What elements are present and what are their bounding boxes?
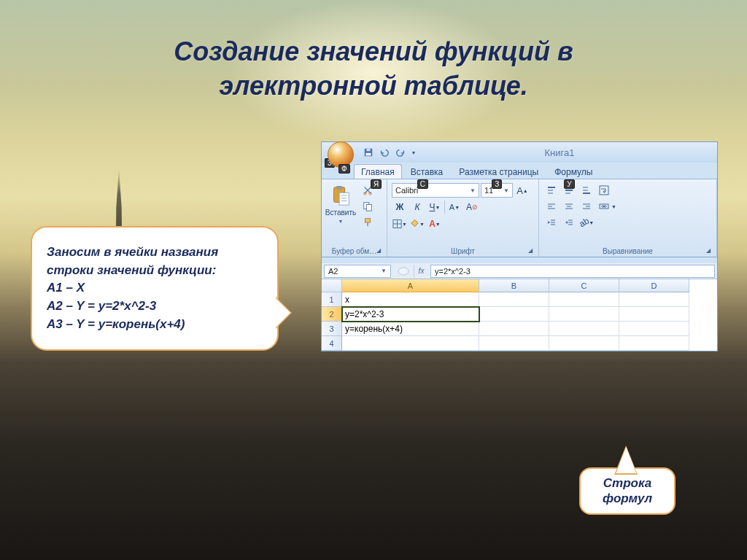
- group-font-label: Шрифт ◢: [390, 246, 535, 257]
- paste-button[interactable]: Вставить ▼: [325, 182, 357, 246]
- increase-indent-button[interactable]: [561, 215, 577, 230]
- tab-home[interactable]: Главная Я: [354, 164, 402, 179]
- column-header[interactable]: D: [619, 279, 689, 292]
- format-painter-button[interactable]: [360, 215, 375, 230]
- orientation-button[interactable]: ab▼: [578, 215, 595, 230]
- cell[interactable]: [549, 336, 619, 351]
- font-color-button[interactable]: A▼: [427, 217, 443, 231]
- shrink-font-button[interactable]: A▼: [446, 200, 462, 214]
- dialog-launcher-icon[interactable]: ◢: [704, 247, 712, 255]
- name-box-value: A2: [328, 267, 338, 276]
- italic-button[interactable]: К: [409, 200, 425, 214]
- qat-undo-icon[interactable]: 2: [377, 145, 392, 160]
- row-header[interactable]: 3: [322, 322, 342, 336]
- cell[interactable]: [479, 322, 549, 336]
- select-all-corner[interactable]: [322, 279, 342, 292]
- svg-rect-42: [600, 186, 608, 195]
- office-button[interactable]: Ф: [328, 141, 354, 168]
- table-row: 4: [322, 336, 717, 351]
- table-row: 1x: [322, 292, 717, 307]
- callout-line-1: Строка: [603, 476, 651, 490]
- formula-bar[interactable]: y=2*x^2-3: [430, 265, 715, 278]
- row-header[interactable]: 4: [322, 336, 342, 351]
- paste-label: Вставить: [325, 209, 356, 217]
- align-right-button[interactable]: [578, 199, 595, 214]
- decrease-indent-button[interactable]: [543, 215, 560, 230]
- group-alignment-label: Выравнивание ◢: [542, 246, 713, 257]
- align-left-button[interactable]: [543, 199, 560, 214]
- grow-font-button[interactable]: A▲: [514, 183, 530, 198]
- cell[interactable]: [549, 307, 619, 322]
- tab-insert-label: Вставка: [411, 167, 444, 177]
- row-header[interactable]: 2: [322, 307, 342, 322]
- border-button[interactable]: ▼: [392, 217, 408, 231]
- tab-page-layout[interactable]: Разметка страницы З: [452, 164, 546, 179]
- svg-rect-4: [336, 186, 342, 190]
- fill-color-button[interactable]: ▼: [409, 217, 425, 231]
- instruction-line-a2: A2 – Y = y=2*x^2-3: [47, 298, 263, 316]
- slide-title: Создание значений функций в электронной …: [0, 35, 747, 104]
- tab-insert[interactable]: Вставка С: [403, 164, 451, 179]
- paste-icon: [330, 184, 352, 206]
- name-box[interactable]: A2 ▼: [324, 265, 391, 278]
- keytip-formulas: У: [564, 179, 574, 189]
- svg-rect-1: [366, 149, 370, 152]
- cell[interactable]: [619, 307, 689, 322]
- merge-center-button[interactable]: ▼: [598, 199, 639, 214]
- title-line-1: Создание значений функций в: [174, 36, 573, 66]
- wrap-text-button[interactable]: [598, 183, 639, 198]
- cell[interactable]: x: [342, 292, 479, 307]
- qat-save-icon[interactable]: 1: [361, 145, 376, 160]
- column-header[interactable]: A: [342, 279, 479, 292]
- tab-formulas[interactable]: Формулы У: [547, 164, 600, 179]
- svg-rect-5: [339, 192, 349, 205]
- clear-format-button[interactable]: A⊘: [464, 200, 480, 214]
- ribbon: Вставить ▼ Буфер обм… ◢ Cali: [322, 179, 717, 257]
- cell[interactable]: [479, 292, 549, 307]
- qat-customize-dropdown[interactable]: ▼: [409, 145, 418, 160]
- cell[interactable]: y=корень(x+4): [342, 322, 479, 336]
- cell[interactable]: y=2*x^2-3: [342, 307, 479, 322]
- column-header[interactable]: C: [549, 279, 619, 292]
- spreadsheet-grid[interactable]: ABCD 1x2y=2*x^2-33y=корень(x+4)4: [322, 279, 717, 351]
- chevron-down-icon: ▼: [338, 219, 344, 224]
- svg-rect-14: [367, 222, 368, 226]
- svg-point-44: [398, 268, 409, 275]
- titlebar: Ф 1 2 3 ▼ Книга1: [322, 142, 717, 163]
- title-line-2: электронной таблице.: [219, 71, 528, 101]
- cell[interactable]: [619, 322, 689, 336]
- font-name-value: Calibri: [395, 186, 418, 195]
- insert-function-button[interactable]: fx: [414, 265, 428, 278]
- align-top-button[interactable]: [543, 183, 560, 198]
- ribbon-tabs: Главная Я Вставка С Разметка страницы З …: [322, 163, 717, 179]
- group-clipboard: Вставить ▼ Буфер обм… ◢: [322, 179, 387, 257]
- align-center-button[interactable]: [561, 199, 577, 214]
- align-bottom-button[interactable]: [578, 183, 595, 198]
- column-header[interactable]: B: [479, 279, 549, 292]
- workbook-title: Книга1: [421, 147, 713, 158]
- cell[interactable]: [619, 292, 689, 307]
- cell[interactable]: [549, 322, 619, 336]
- keytip-layout: З: [492, 179, 502, 189]
- underline-button[interactable]: Ч▼: [427, 200, 443, 214]
- excel-window: Ф 1 2 3 ▼ Книга1 Главная Я: [321, 141, 718, 351]
- bold-button[interactable]: Ж: [392, 200, 408, 214]
- cell[interactable]: [549, 292, 619, 307]
- formula-bar-row: A2 ▼ fx y=2*x^2-3: [322, 263, 717, 279]
- column-headers: ABCD: [322, 279, 717, 292]
- fx-label: fx: [419, 267, 425, 275]
- dialog-launcher-icon[interactable]: ◢: [374, 247, 382, 255]
- instruction-heading: Заносим в ячейки названия строки значени…: [47, 244, 263, 279]
- cell[interactable]: [479, 307, 549, 322]
- dialog-launcher-icon[interactable]: ◢: [526, 247, 534, 255]
- table-row: 3y=корень(x+4): [322, 322, 717, 336]
- keytip-home: Я: [371, 179, 382, 189]
- cell[interactable]: [342, 336, 479, 351]
- row-header[interactable]: 1: [322, 292, 342, 307]
- font-name-combo[interactable]: Calibri▼: [392, 183, 479, 198]
- cell[interactable]: [619, 336, 689, 351]
- group-font: Calibri▼ 11▼ A▲ Ж К Ч▼ A▼ A⊘: [387, 179, 539, 257]
- cell[interactable]: [479, 336, 549, 351]
- qat-redo-icon[interactable]: 3: [393, 145, 408, 160]
- copy-button[interactable]: [360, 199, 375, 214]
